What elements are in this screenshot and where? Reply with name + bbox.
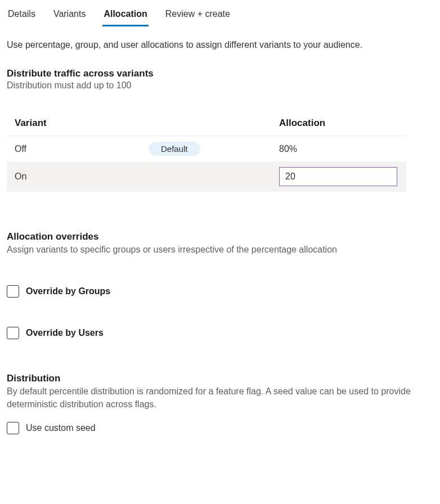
distribute-section: Distribute traffic across variants Distr… bbox=[7, 68, 433, 192]
override-users-label: Override by Users bbox=[26, 328, 104, 338]
intro-text: Use percentage, group, and user allocati… bbox=[7, 40, 433, 50]
distribution-sub: By default percentile distribution is ra… bbox=[7, 385, 412, 411]
table-header-variant: Variant bbox=[7, 113, 271, 136]
distribution-section: Distribution By default percentile distr… bbox=[7, 373, 433, 434]
override-users-row: Override by Users bbox=[7, 327, 433, 339]
allocation-table: Variant Allocation Off Default 80% On bbox=[7, 113, 406, 192]
overrides-sub: Assign variants to specific groups or us… bbox=[7, 244, 412, 256]
override-groups-label: Override by Groups bbox=[26, 286, 110, 296]
tab-review-create[interactable]: Review + create bbox=[164, 4, 231, 26]
variant-name: Off bbox=[15, 144, 149, 154]
table-header-allocation: Allocation bbox=[271, 113, 406, 136]
overrides-section: Allocation overrides Assign variants to … bbox=[7, 231, 433, 339]
table-row: Off Default 80% bbox=[7, 136, 406, 162]
overrides-title: Allocation overrides bbox=[7, 231, 433, 242]
custom-seed-label: Use custom seed bbox=[26, 423, 96, 433]
distribution-title: Distribution bbox=[7, 373, 433, 384]
override-groups-checkbox[interactable] bbox=[7, 285, 19, 298]
override-groups-row: Override by Groups bbox=[7, 285, 433, 298]
variant-name: On bbox=[15, 172, 26, 181]
tabs-bar: Details Variants Allocation Review + cre… bbox=[7, 0, 433, 26]
distribute-sub: Distribution must add up to 100 bbox=[7, 80, 433, 91]
tab-details[interactable]: Details bbox=[7, 4, 37, 26]
tab-allocation[interactable]: Allocation bbox=[102, 4, 148, 26]
table-row: On bbox=[7, 161, 406, 192]
allocation-input[interactable] bbox=[279, 167, 397, 186]
default-badge: Default bbox=[149, 142, 200, 156]
tab-variants[interactable]: Variants bbox=[52, 4, 87, 26]
distribute-title: Distribute traffic across variants bbox=[7, 68, 433, 79]
custom-seed-row: Use custom seed bbox=[7, 422, 433, 434]
custom-seed-checkbox[interactable] bbox=[7, 422, 19, 434]
allocation-value: 80% bbox=[271, 136, 406, 162]
override-users-checkbox[interactable] bbox=[7, 327, 19, 339]
